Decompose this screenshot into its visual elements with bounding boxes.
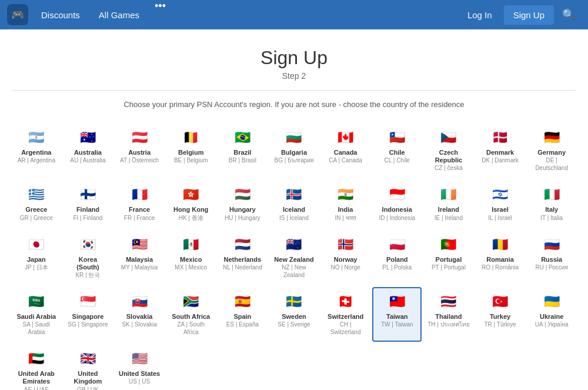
country-item[interactable]: 🇭🇺HungaryHU | Hungary <box>218 180 268 227</box>
country-item[interactable]: 🇹🇷TurkeyTR | Türkiye <box>476 287 525 342</box>
instruction-text: Choose your primary PSN Account's region… <box>12 100 576 109</box>
country-item[interactable]: 🇧🇬BulgariaBG | България <box>269 123 319 178</box>
country-flag: 🇮🇹 <box>539 186 564 204</box>
country-item[interactable]: 🇨🇦CanadaCA | Canada <box>321 123 370 178</box>
country-item[interactable]: 🇦🇪United Arab EmiratesAE | UAE <box>12 344 61 390</box>
country-flag: 🇿🇦 <box>179 293 203 311</box>
country-code: NL | Nederland <box>223 264 262 271</box>
country-item[interactable]: 🇫🇷FranceFR | France <box>115 180 164 227</box>
country-item[interactable]: 🇭🇰Hong KongHK | 香港 <box>166 180 216 227</box>
country-flag: 🇵🇹 <box>436 236 461 254</box>
country-item[interactable]: 🇧🇷BrazilBR | Brasil <box>218 123 268 178</box>
country-item[interactable]: 🇷🇺RussiaRU | Россия <box>527 230 576 285</box>
country-code: BE | Belgium <box>174 156 208 164</box>
country-flag: 🇧🇬 <box>282 129 306 146</box>
country-item[interactable]: 🇵🇹PortugalPT | Portugal <box>424 230 473 285</box>
main-content: Sign Up Step 2 Choose your primary PSN A… <box>0 29 588 390</box>
country-item[interactable]: 🇬🇧United KingdomGB | UK <box>64 344 113 390</box>
country-name: Slovakia <box>126 313 153 321</box>
country-item[interactable]: 🇬🇷GreeceGR | Greece <box>12 180 61 227</box>
country-item[interactable]: 🇨🇿Czech RepublicCZ | česká <box>424 123 473 178</box>
country-flag: 🇺🇦 <box>539 293 564 311</box>
country-name: France <box>129 206 150 214</box>
country-item[interactable]: 🇮🇳IndiaIN | भारत <box>321 180 370 227</box>
country-name: Brazil <box>233 149 251 156</box>
country-item[interactable]: 🇦🇹AustriaAT | Österreich <box>115 123 164 178</box>
country-item[interactable]: 🇳🇿New ZealandNZ | New Zealand <box>269 230 319 285</box>
country-name: Ukraine <box>540 313 563 321</box>
country-code: SG | Singapore <box>68 321 108 328</box>
country-item[interactable]: 🇰🇷Korea (South)KR | 한국 <box>64 230 113 285</box>
country-code: TR | Türkiye <box>484 321 516 328</box>
country-flag: 🇺🇸 <box>127 350 152 368</box>
nav-right: Log In Sign Up 🔍 <box>458 4 581 26</box>
country-code: GB | UK <box>77 386 99 391</box>
country-item[interactable]: 🇨🇱ChileCL | Chile <box>372 123 422 178</box>
country-flag: 🇦🇪 <box>24 350 49 368</box>
country-flag: 🇫🇷 <box>127 186 152 204</box>
country-item[interactable]: 🇸🇰SlovakiaSK | Slovakia <box>115 287 164 342</box>
country-item[interactable]: 🇮🇹ItalyIT | Italia <box>527 180 576 227</box>
country-name: Spain <box>233 313 251 321</box>
signup-button[interactable]: Sign Up <box>504 5 554 25</box>
country-code: NO | Norge <box>330 264 360 271</box>
country-item[interactable]: 🇯🇵JapanJP | 日本 <box>12 230 61 285</box>
login-button[interactable]: Log In <box>458 5 502 25</box>
country-item[interactable]: 🇩🇪GermanyDE | Deutschland <box>527 123 576 178</box>
country-flag: 🇰🇷 <box>75 236 100 254</box>
country-name: Russia <box>541 256 562 264</box>
country-item[interactable]: 🇸🇦Saudi ArabiaSA | Saudi Arabia <box>12 287 61 342</box>
country-name: Italy <box>545 206 558 214</box>
country-item[interactable]: 🇹🇭ThailandTH | ประเทศไทย <box>424 287 473 342</box>
country-item[interactable]: 🇮🇪IrelandIE | Ireland <box>424 180 473 227</box>
country-item[interactable]: 🇳🇱NetherlandsNL | Nederland <box>218 230 268 285</box>
country-item[interactable]: 🇦🇷ArgentinaAR | Argentina <box>12 123 61 178</box>
country-item[interactable]: 🇺🇦UkraineUA | Україна <box>527 287 576 342</box>
country-item[interactable]: 🇦🇺AustraliaAU | Australia <box>64 123 113 178</box>
logo-icon: 🎮 <box>11 8 24 21</box>
country-code: PL | Polska <box>382 264 412 271</box>
country-item[interactable]: 🇫🇮FinlandFI | Finland <box>64 180 113 227</box>
country-item[interactable]: 🇺🇸United StatesUS | US <box>115 344 164 390</box>
nav-more-dots[interactable]: ••• <box>149 0 172 29</box>
country-flag: 🇧🇷 <box>230 129 255 146</box>
country-item[interactable]: 🇪🇸SpainES | España <box>218 287 268 342</box>
country-flag: 🇨🇭 <box>333 293 358 311</box>
country-code: CL | Chile <box>385 156 410 164</box>
country-item[interactable]: 🇿🇦South AfricaZA | South Africa <box>166 287 216 342</box>
country-item[interactable]: 🇲🇽MexicoMX | Mexico <box>166 230 216 285</box>
country-item[interactable]: 🇮🇩IndonesiaID | Indonesia <box>372 180 422 227</box>
country-name: Romania <box>486 256 513 264</box>
country-item[interactable]: 🇳🇴NorwayNO | Norge <box>321 230 370 285</box>
divider <box>12 90 576 91</box>
country-code: MX | Mexico <box>175 264 207 271</box>
country-code: TW | Taiwan <box>381 321 413 328</box>
country-flag: 🇮🇸 <box>282 186 306 204</box>
country-item[interactable]: 🇵🇱PolandPL | Polska <box>372 230 422 285</box>
country-name: Germany <box>537 149 566 156</box>
country-code: KR | 한국 <box>75 271 100 279</box>
nav-all-games[interactable]: All Games <box>89 0 149 29</box>
nav-discounts[interactable]: Discounts <box>32 0 89 29</box>
country-name: United Arab Emirates <box>15 370 58 385</box>
country-item[interactable]: 🇹🇼TaiwanTW | Taiwan <box>372 287 422 342</box>
country-item[interactable]: 🇧🇪BelgiumBE | Belgium <box>166 123 216 178</box>
country-flag: 🇨🇦 <box>333 129 358 146</box>
country-name: Japan <box>27 256 46 264</box>
country-item[interactable]: 🇨🇭SwitzerlandCH | Switzerland <box>321 287 370 342</box>
country-item[interactable]: 🇸🇬SingaporeSG | Singapore <box>64 287 113 342</box>
country-code: UA | Україна <box>535 321 569 328</box>
country-flag: 🇮🇱 <box>488 186 513 204</box>
country-name: Saudi Arabia <box>16 313 56 321</box>
country-name: Hungary <box>229 206 256 214</box>
country-item[interactable]: 🇷🇴RomaniaRO | România <box>476 230 525 285</box>
search-button[interactable]: 🔍 <box>556 4 581 26</box>
country-flag: 🇭🇰 <box>179 186 203 204</box>
country-item[interactable]: 🇮🇸IcelandIS | Iceland <box>269 180 319 227</box>
country-item[interactable]: 🇲🇾MalaysiaMY | Malaysia <box>115 230 164 285</box>
country-item[interactable]: 🇩🇰DenmarkDK | Danmark <box>476 123 525 178</box>
country-flag: 🇨🇱 <box>385 129 409 146</box>
country-item[interactable]: 🇸🇪SwedenSE | Sverige <box>269 287 319 342</box>
country-item[interactable]: 🇮🇱IsraelIL | Israel <box>476 180 525 227</box>
country-code: ES | España <box>226 321 259 328</box>
